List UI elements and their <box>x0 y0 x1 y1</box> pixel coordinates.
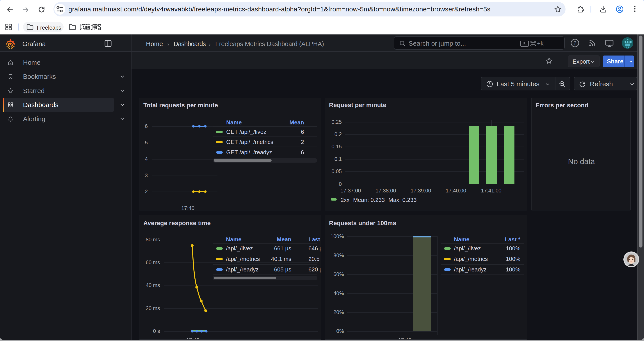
svg-text:?: ? <box>574 40 576 46</box>
